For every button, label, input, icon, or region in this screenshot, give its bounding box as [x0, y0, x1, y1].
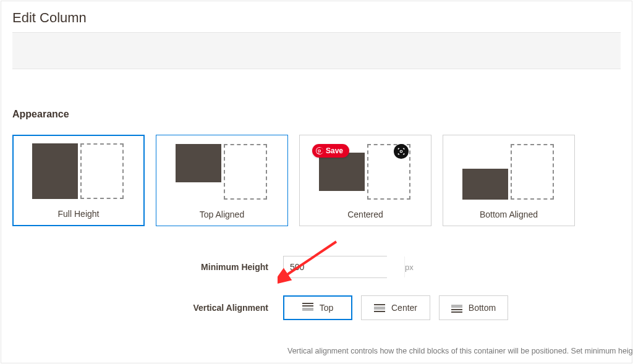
appearance-centered[interactable]: Save Centered	[299, 135, 431, 226]
panel-header-bar	[12, 32, 621, 69]
dashed-block-icon	[224, 144, 267, 200]
valign-row: Vertical Alignment Top Center Bottom	[12, 295, 621, 320]
appearance-label: Centered	[347, 210, 383, 219]
valign-buttons: Top Center Bottom	[283, 295, 508, 320]
valign-top-label: Top	[320, 303, 334, 313]
valign-bottom-label: Bottom	[469, 303, 496, 313]
align-bottom-icon	[451, 303, 462, 313]
valign-hint: Vertical alignment controls how the chil…	[287, 347, 633, 355]
pinterest-save-button[interactable]: Save	[312, 144, 349, 158]
panel-title: Edit Column	[12, 1, 621, 32]
min-height-input[interactable]	[284, 256, 404, 277]
appearance-options: Full Height Top Aligned Save Centered	[12, 135, 621, 226]
appearance-top-aligned-art	[169, 144, 274, 203]
appearance-full-height[interactable]: Full Height	[12, 135, 145, 226]
appearance-label: Full Height	[58, 209, 100, 219]
appearance-heading: Appearance	[12, 109, 621, 120]
solid-block-icon	[32, 143, 78, 199]
appearance-bottom-aligned[interactable]: Bottom Aligned	[443, 135, 575, 226]
align-center-icon	[374, 303, 385, 313]
pinterest-save-label: Save	[326, 146, 343, 155]
valign-bottom-button[interactable]: Bottom	[439, 295, 508, 320]
solid-block-icon	[462, 169, 508, 200]
appearance-bottom-aligned-art	[456, 144, 561, 203]
min-height-row: Minimum Height px	[12, 256, 621, 278]
min-height-input-wrap: px	[283, 256, 387, 278]
appearance-label: Bottom Aligned	[480, 210, 538, 219]
valign-top-button[interactable]: Top	[283, 295, 352, 320]
appearance-label: Top Aligned	[200, 210, 244, 219]
visual-search-icon	[397, 147, 406, 156]
solid-block-icon	[176, 144, 221, 182]
pinterest-icon	[316, 147, 323, 154]
valign-label: Vertical Alignment	[12, 303, 283, 313]
valign-center-button[interactable]: Center	[361, 295, 430, 320]
valign-center-label: Center	[391, 303, 417, 313]
dashed-block-icon	[511, 144, 554, 200]
edit-column-panel: Edit Column Appearance Full Height Top A…	[1, 1, 632, 363]
appearance-top-aligned[interactable]: Top Aligned	[156, 135, 288, 226]
min-height-label: Minimum Height	[12, 262, 283, 272]
min-height-unit: px	[404, 256, 414, 277]
align-top-icon	[302, 303, 313, 313]
visual-search-button[interactable]	[394, 144, 409, 159]
appearance-full-height-art	[26, 143, 131, 203]
solid-block-icon	[319, 153, 365, 191]
min-height-control: px	[283, 256, 387, 278]
dashed-block-icon	[80, 143, 124, 199]
